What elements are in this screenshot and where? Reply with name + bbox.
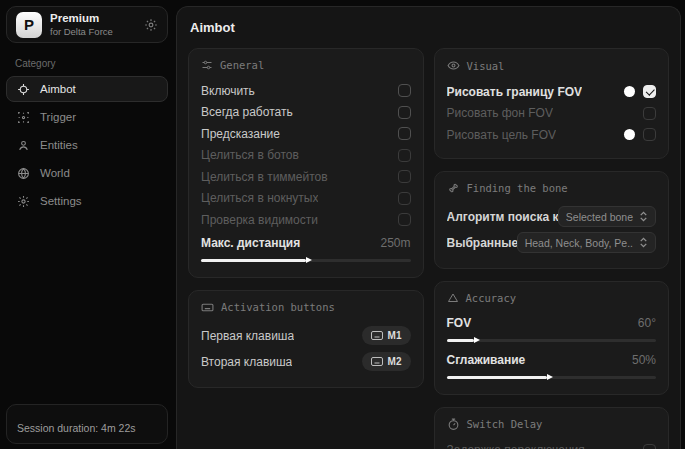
keybind-value: M1 [388,330,402,341]
slider-value: 60° [638,316,656,330]
sidebar-item-label: World [40,167,70,179]
visual-card: Visual Рисовать границу FOV Рисовать фон… [434,48,670,159]
session-duration-text: Session duration: 4m 22s [17,422,135,434]
key-icon [371,331,383,340]
section-title: Accuracy [466,292,517,304]
toggle-label: Целиться в ботов [201,148,299,162]
logo-letter: P [24,16,34,33]
slider-value: 50% [632,353,656,367]
slider-label: Сглаживание [447,353,526,367]
sidebar-item-trigger[interactable]: Trigger [6,104,168,130]
max-distance-row: Макс. дистанция 250m [201,233,411,253]
toggle-label: Задержка переключения [447,443,585,449]
color-swatch[interactable] [624,129,635,140]
visual-label: Рисовать границу FOV [447,85,583,99]
keybind-button-first[interactable]: M1 [362,326,411,345]
slider-handle[interactable] [474,337,480,343]
sidebar-item-label: Aimbot [40,83,76,95]
checkbox-aim-knocked[interactable] [398,192,411,205]
bone-row-algorithm: Алгоритм поиска костей Selected bone [447,204,657,230]
left-column: General Включить Всегда работать Предска… [188,48,424,388]
keybind-label: Первая клавиша [201,329,294,343]
slider-fill [447,376,548,379]
checkbox-enable[interactable] [398,84,411,97]
visual-row-fov-border: Рисовать границу FOV [447,81,657,103]
general-card-header: General [201,59,411,71]
visual-row-fov-target: Рисовать цель FOV [447,124,657,146]
sidebar-item-settings[interactable]: Settings [6,188,168,214]
brand-card: P Premium for Delta Force [6,6,168,43]
sidebar-item-world[interactable]: World [6,160,168,186]
eye-icon [447,59,460,72]
entities-icon [17,139,30,152]
max-distance-slider[interactable] [201,259,411,262]
checkbox-prediction[interactable] [398,127,411,140]
general-card: General Включить Всегда работать Предска… [188,48,424,278]
crosshair-icon [17,83,30,96]
keybind-button-second[interactable]: M2 [362,352,411,371]
accuracy-card-header: Accuracy [447,292,657,304]
color-swatch[interactable] [624,86,635,97]
checkbox-fov-target[interactable] [643,128,656,141]
bone-icon [447,182,460,195]
toggle-label: Всегда работать [201,105,293,119]
smoothing-slider[interactable] [447,376,657,379]
gear-icon[interactable] [144,18,158,32]
selected-bones-dropdown[interactable]: Head, Neck, Body, Pe.. [517,232,656,253]
switch-delay-card: Switch Delay Задержка переключения Задер… [434,407,670,449]
sidebar-item-label: Trigger [40,111,76,123]
dropdown-value: Selected bone [566,211,633,223]
slider-fill [447,339,474,342]
bone-card-header: Finding the bone [447,182,657,195]
section-title: Switch Delay [467,418,543,430]
toggle-label: Проверка видимости [201,213,318,227]
checkbox-visibility-check[interactable] [398,213,411,226]
toggle-row-visibility-check: Проверка видимости [201,209,411,231]
app-logo: P [16,12,42,38]
section-title: Visual [467,60,505,72]
visual-label: Рисовать фон FOV [447,106,553,120]
toggle-label: Включить [201,84,255,98]
bone-label: Выбранные кости [447,236,517,250]
brand-text: Premium for Delta Force [50,12,113,37]
checkbox-switch-delay[interactable] [643,444,656,449]
sidebar-item-label: Settings [40,195,82,207]
sidebar-item-label: Entities [40,139,78,151]
keyboard-icon [201,301,214,314]
keybind-row-first: Первая клавиша M1 [201,323,411,349]
trigger-icon [17,111,30,124]
dropdown-value: Head, Neck, Body, Pe.. [525,237,633,249]
world-icon [17,167,30,180]
smoothing-slider-row: Сглаживание 50% [447,350,657,370]
brand-subtitle: for Delta Force [50,27,113,37]
toggle-label: Целиться в нокнутых [201,191,318,205]
sidebar-item-entities[interactable]: Entities [6,132,168,158]
toggle-row-aim-knocked: Целиться в нокнутых [201,188,411,210]
chevron-up-down-icon [639,211,648,222]
checkbox-fov-background[interactable] [643,107,656,120]
switch-delay-toggle-row: Задержка переключения [447,440,657,449]
settings-icon [17,195,30,208]
page-title: Aimbot [190,20,669,35]
slider-handle[interactable] [547,374,553,380]
sidebar-item-aimbot[interactable]: Aimbot [6,76,168,102]
checkbox-aim-teammates[interactable] [398,170,411,183]
toggle-label: Целиться в тиммейтов [201,170,328,184]
visual-card-header: Visual [447,59,657,72]
switch-delay-card-header: Switch Delay [447,418,657,431]
checkbox-aim-bots[interactable] [398,149,411,162]
checkbox-fov-border[interactable] [643,85,656,98]
toggle-row-always-work: Всегда работать [201,102,411,124]
fov-slider[interactable] [447,339,657,342]
session-duration-box: Session duration: 4m 22s [6,404,168,444]
content-columns: General Включить Всегда работать Предска… [188,48,669,449]
checkbox-always-work[interactable] [398,106,411,119]
brand-title: Premium [50,12,113,25]
sidebar: P Premium for Delta Force Category Aimbo… [0,0,174,449]
section-title: General [220,59,264,71]
chevron-up-down-icon [639,237,648,248]
toggle-row-aim-bots: Целиться в ботов [201,145,411,167]
bone-algorithm-dropdown[interactable]: Selected bone [558,206,656,227]
right-column: Visual Рисовать границу FOV Рисовать фон… [434,48,670,449]
slider-handle[interactable] [306,257,312,263]
